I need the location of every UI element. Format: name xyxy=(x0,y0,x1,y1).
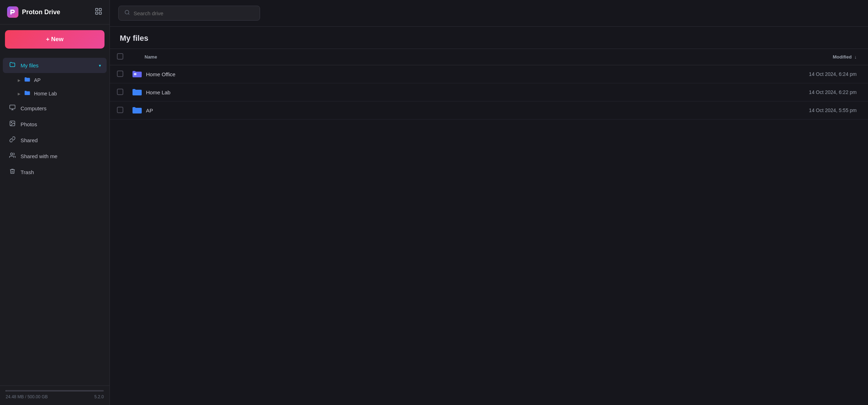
file-table: Name Modified ↓ xyxy=(110,49,868,120)
row-checkbox-3[interactable] xyxy=(117,107,123,113)
computers-icon xyxy=(9,104,16,112)
proton-logo-icon xyxy=(7,6,18,18)
shared-with-me-icon xyxy=(9,152,16,160)
file-name-cell-3: AP xyxy=(126,101,467,119)
ap-expand-icon: ▶ xyxy=(18,78,21,82)
new-button[interactable]: + New xyxy=(5,30,105,49)
file-name-cell-2: Home Lab xyxy=(126,83,467,101)
storage-bar-fill xyxy=(6,390,6,392)
ap-label: AP xyxy=(34,77,41,83)
my-files-icon xyxy=(9,61,16,70)
file-name-2: Home Lab xyxy=(146,89,170,95)
row-checkbox-2[interactable] xyxy=(117,89,123,95)
row-checkbox-col-1 xyxy=(110,65,126,83)
home-lab-folder-icon xyxy=(132,88,142,96)
search-box[interactable] xyxy=(118,6,260,21)
file-table-header: Name Modified ↓ xyxy=(110,49,868,65)
sidebar-item-my-files[interactable]: My files ▾ xyxy=(3,58,107,73)
ap-folder-icon xyxy=(132,106,142,114)
sidebar: Proton Drive + New My files ▾ ▶ xyxy=(0,0,110,405)
storage-used-text: 24.48 MB / 500.00 GB xyxy=(6,394,48,399)
ap-folder-icon xyxy=(24,77,30,84)
svg-point-7 xyxy=(11,153,13,155)
shared-label: Shared xyxy=(21,137,101,143)
sidebar-header: Proton Drive xyxy=(0,0,109,24)
table-row[interactable]: AP 14 Oct 2024, 5:55 pm xyxy=(110,101,868,120)
svg-rect-4 xyxy=(10,105,15,109)
storage-bar-track xyxy=(6,390,104,392)
table-row[interactable]: Home Office 14 Oct 2024, 6:24 pm xyxy=(110,65,868,83)
my-files-dropdown-arrow: ▾ xyxy=(99,63,101,68)
grid-icon[interactable] xyxy=(95,7,102,17)
storage-info: 24.48 MB / 500.00 GB 5.2.0 xyxy=(6,394,104,399)
sidebar-subitem-home-lab[interactable]: ▶ Home Lab xyxy=(3,87,107,100)
sidebar-nav: My files ▾ ▶ AP ▶ Home Lab xyxy=(0,54,109,385)
svg-point-6 xyxy=(11,122,12,123)
sidebar-item-shared-with-me[interactable]: Shared with me xyxy=(3,149,107,164)
row-checkbox-1[interactable] xyxy=(117,71,123,77)
svg-point-8 xyxy=(125,10,129,14)
home-office-folder-icon xyxy=(132,70,142,78)
file-modified-3: 14 Oct 2024, 5:55 pm xyxy=(467,101,868,120)
home-lab-folder-icon xyxy=(24,90,30,97)
content-area: My files Name Modified ↓ xyxy=(110,27,868,405)
computers-label: Computers xyxy=(21,105,101,111)
sidebar-item-trash[interactable]: Trash xyxy=(3,165,107,180)
app-title: Proton Drive xyxy=(22,9,60,16)
header-checkbox-col xyxy=(110,49,126,65)
logo-area: Proton Drive xyxy=(7,6,60,18)
col-name-header[interactable]: Name xyxy=(126,49,467,65)
svg-rect-1 xyxy=(99,8,101,10)
search-input[interactable] xyxy=(134,10,254,16)
topbar xyxy=(110,0,868,27)
svg-rect-0 xyxy=(96,8,98,10)
file-table-body: Home Office 14 Oct 2024, 6:24 pm Home La… xyxy=(110,65,868,120)
photos-label: Photos xyxy=(21,121,101,127)
photos-icon xyxy=(9,120,16,128)
file-name-cell-1: Home Office xyxy=(126,65,467,83)
main-content: My files Name Modified ↓ xyxy=(110,0,868,405)
file-modified-2: 14 Oct 2024, 6:22 pm xyxy=(467,83,868,101)
sidebar-subitem-ap[interactable]: ▶ AP xyxy=(3,74,107,87)
trash-label: Trash xyxy=(21,169,101,175)
trash-icon xyxy=(9,168,16,176)
file-name-1: Home Office xyxy=(146,71,175,77)
sort-arrow-icon: ↓ xyxy=(855,54,857,60)
my-files-label: My files xyxy=(21,62,93,68)
search-icon xyxy=(124,10,130,17)
file-modified-1: 14 Oct 2024, 6:24 pm xyxy=(467,65,868,83)
home-lab-label: Home Lab xyxy=(34,91,57,96)
svg-rect-2 xyxy=(96,12,98,14)
col-modified-header[interactable]: Modified ↓ xyxy=(467,49,868,65)
shared-icon xyxy=(9,136,16,144)
select-all-checkbox[interactable] xyxy=(117,53,123,60)
svg-rect-10 xyxy=(134,73,136,75)
sidebar-item-photos[interactable]: Photos xyxy=(3,117,107,132)
svg-rect-3 xyxy=(99,12,101,14)
sidebar-item-shared[interactable]: Shared xyxy=(3,133,107,148)
row-checkbox-col-2 xyxy=(110,83,126,101)
row-checkbox-col-3 xyxy=(110,101,126,120)
home-lab-expand-icon: ▶ xyxy=(18,92,21,96)
file-name-3: AP xyxy=(146,107,153,113)
table-row[interactable]: Home Lab 14 Oct 2024, 6:22 pm xyxy=(110,83,868,101)
page-title: My files xyxy=(120,34,858,43)
version-text: 5.2.0 xyxy=(94,394,104,399)
shared-with-me-label: Shared with me xyxy=(21,153,101,159)
sidebar-footer: 24.48 MB / 500.00 GB 5.2.0 xyxy=(0,385,109,405)
sidebar-item-computers[interactable]: Computers xyxy=(3,101,107,116)
svg-line-9 xyxy=(128,13,129,15)
content-header: My files xyxy=(110,27,868,49)
